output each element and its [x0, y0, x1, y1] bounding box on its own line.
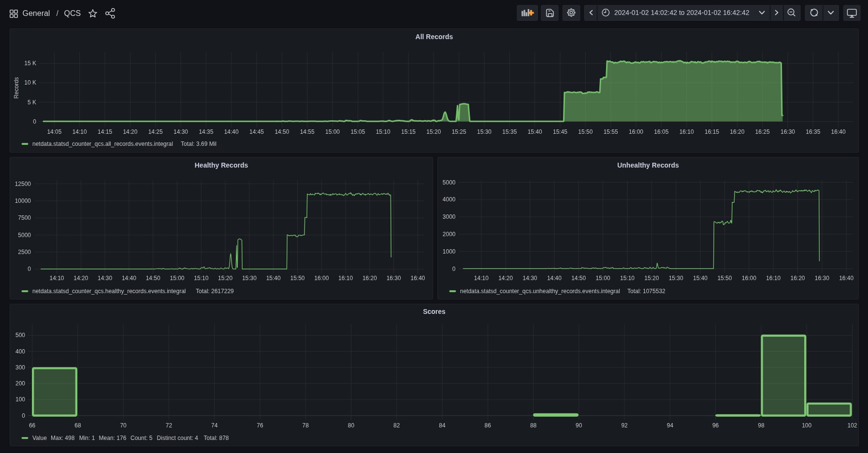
svg-text:14:20: 14:20 [73, 275, 88, 282]
svg-text:10000: 10000 [15, 198, 31, 204]
svg-text:66: 66 [29, 422, 36, 429]
svg-text:Total: 1075532: Total: 1075532 [627, 288, 665, 295]
svg-text:QCS: QCS [64, 9, 81, 17]
svg-text:70: 70 [120, 422, 127, 429]
svg-text:14:30: 14:30 [522, 275, 537, 282]
svg-text:14:10: 14:10 [474, 275, 489, 282]
svg-text:0: 0 [452, 266, 456, 272]
svg-text:4000: 4000 [443, 196, 456, 203]
svg-text:14:20: 14:20 [123, 128, 137, 135]
svg-text:14:30: 14:30 [174, 128, 188, 135]
svg-text:14:15: 14:15 [98, 128, 112, 135]
svg-text:15:30: 15:30 [242, 275, 257, 282]
svg-text:netdata.statsd_counter_qcs.hea: netdata.statsd_counter_qcs.healthy_recor… [32, 288, 186, 295]
svg-text:15:00: 15:00 [596, 275, 610, 282]
svg-text:90: 90 [576, 422, 582, 429]
svg-text:Scores: Scores [423, 308, 446, 315]
svg-text:15:00: 15:00 [170, 275, 184, 282]
svg-text:Value: Value [32, 435, 47, 441]
svg-text:0: 0 [28, 266, 31, 272]
svg-text:15:15: 15:15 [401, 128, 416, 135]
svg-text:15:40: 15:40 [693, 275, 708, 282]
svg-text:15:20: 15:20 [218, 275, 232, 282]
svg-text:5000: 5000 [443, 179, 456, 186]
svg-text:15 K: 15 K [24, 60, 36, 67]
svg-text:100: 100 [802, 422, 811, 429]
svg-text:500: 500 [15, 332, 25, 339]
svg-text:96: 96 [712, 422, 719, 429]
svg-text:72: 72 [166, 422, 173, 429]
svg-text:2500: 2500 [18, 249, 31, 255]
svg-text:netdata.statsd_counter_qcs.all: netdata.statsd_counter_qcs.all_records.e… [32, 141, 173, 147]
svg-text:16:35: 16:35 [806, 128, 820, 135]
svg-text:14:10: 14:10 [72, 128, 87, 135]
svg-text:82: 82 [393, 422, 400, 429]
svg-text:2000: 2000 [443, 231, 456, 238]
svg-text:15:50: 15:50 [290, 275, 304, 282]
svg-text:0: 0 [33, 118, 36, 125]
svg-text:16:20: 16:20 [790, 275, 805, 282]
svg-text:Count: 5: Count: 5 [130, 435, 153, 441]
svg-text:15:55: 15:55 [604, 128, 618, 135]
svg-text:Healthy Records: Healthy Records [195, 161, 248, 169]
svg-text:All Records: All Records [416, 33, 453, 41]
svg-text:Total: 2617229: Total: 2617229 [196, 288, 234, 295]
svg-text:16:40: 16:40 [839, 275, 854, 282]
svg-text:14:40: 14:40 [224, 128, 239, 135]
svg-text:15:50: 15:50 [717, 275, 732, 282]
svg-text:16:30: 16:30 [781, 128, 795, 135]
svg-text:15:30: 15:30 [477, 128, 492, 135]
svg-text:2024-01-02 14:02:42 to 2024-01: 2024-01-02 14:02:42 to 2024-01-02 16:42:… [614, 9, 750, 16]
svg-text:16:00: 16:00 [742, 275, 756, 282]
svg-text:5000: 5000 [18, 232, 31, 239]
svg-text:102: 102 [847, 422, 857, 429]
svg-text:84: 84 [439, 422, 446, 429]
svg-text:16:00: 16:00 [629, 128, 643, 135]
svg-text:16:05: 16:05 [654, 128, 668, 135]
svg-text:General: General [23, 9, 50, 17]
svg-text:16:10: 16:10 [680, 128, 694, 135]
svg-text:14:40: 14:40 [547, 275, 562, 282]
svg-text:15:00: 15:00 [325, 128, 340, 135]
svg-text:16:30: 16:30 [815, 275, 829, 282]
svg-text:15:35: 15:35 [502, 128, 517, 135]
svg-text:14:25: 14:25 [148, 128, 163, 135]
svg-text:16:00: 16:00 [314, 275, 329, 282]
svg-text:92: 92 [621, 422, 628, 429]
svg-text:14:10: 14:10 [49, 275, 64, 282]
svg-text:14:20: 14:20 [498, 275, 513, 282]
svg-text:Records: Records [13, 77, 20, 99]
svg-text:80: 80 [348, 422, 355, 429]
svg-text:14:40: 14:40 [122, 275, 136, 282]
svg-text:15:10: 15:10 [194, 275, 208, 282]
svg-text:100: 100 [15, 396, 25, 403]
svg-text:Total: 878: Total: 878 [204, 435, 229, 441]
svg-text:Distinct count: 4: Distinct count: 4 [157, 435, 199, 441]
svg-text:12500: 12500 [15, 181, 31, 187]
svg-text:14:30: 14:30 [98, 275, 112, 282]
svg-text:16:15: 16:15 [705, 128, 719, 135]
svg-text:14:35: 14:35 [199, 128, 213, 135]
svg-text:15:45: 15:45 [553, 128, 567, 135]
svg-text:16:40: 16:40 [831, 128, 846, 135]
svg-text:16:25: 16:25 [755, 128, 770, 135]
svg-text:16:20: 16:20 [730, 128, 744, 135]
svg-text:74: 74 [211, 422, 218, 429]
svg-text:94: 94 [667, 422, 674, 429]
svg-text:7500: 7500 [18, 214, 31, 221]
svg-text:5 K: 5 K [28, 99, 36, 106]
svg-text:14:50: 14:50 [275, 128, 289, 135]
svg-text:98: 98 [758, 422, 765, 429]
svg-text:68: 68 [74, 422, 81, 429]
svg-text:15:30: 15:30 [669, 275, 683, 282]
svg-text:14:45: 14:45 [249, 128, 264, 135]
svg-text:15:40: 15:40 [266, 275, 281, 282]
svg-text:15:10: 15:10 [376, 128, 391, 135]
svg-text:16:20: 16:20 [362, 275, 377, 282]
svg-text:14:50: 14:50 [571, 275, 586, 282]
svg-text:3000: 3000 [443, 213, 456, 220]
svg-text:Min: 1: Min: 1 [79, 435, 95, 441]
svg-text:16:30: 16:30 [387, 275, 401, 282]
svg-text:15:05: 15:05 [350, 128, 365, 135]
svg-text:200: 200 [15, 380, 25, 387]
